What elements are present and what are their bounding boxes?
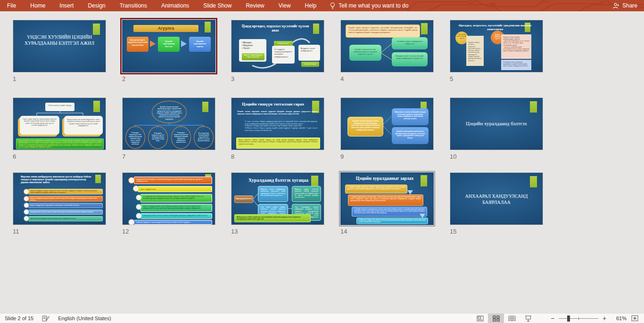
green-label-1: Бүртгэл, баримтжуулалт, бодит ажиллагаа <box>242 53 264 60</box>
down-arrow-2 <box>420 214 425 218</box>
accent-bar <box>205 22 211 32</box>
bar-blue: маргаанд бүрдүүлбэл зохих шаардлагатай б… <box>134 220 212 225</box>
proofing-icon[interactable] <box>42 315 50 322</box>
intro-paragraph: Товийг салах зарчмыг хангах үүднээс Цэци… <box>237 110 318 115</box>
share-label: Share <box>622 2 637 9</box>
slide-thumbnail-1[interactable]: ҮНДСЭН ХУУЛИЙН ЦЭЦИЙН ХУРАЛДААНЫ БЭЛТГЭЛ… <box>13 20 106 73</box>
tab-view[interactable]: View <box>272 0 298 11</box>
tab-home[interactable]: Home <box>23 0 52 11</box>
bar-yellow: гэрчээс тодруулга авах; <box>138 186 212 192</box>
tab-file[interactable]: File <box>0 0 23 11</box>
slide-title: ҮНДСЭН ХУУЛИЙН ЦЭЦИЙН ХУРАЛДААНЫ БЭЛТГЭЛ… <box>22 34 97 46</box>
ellipse-2: 2/ өргөдөл, мэдээлэл гаргагч нь Цэцэд ха… <box>148 126 168 149</box>
slide-title: Цэцийн хуралдааныг зарлах <box>350 176 420 181</box>
ellipse-3: 3/ өргөдөл, мэдээлэлд тавьсан шаардлага … <box>171 126 191 149</box>
slide-number: 7 <box>122 153 125 160</box>
slide-thumbnail-11[interactable]: Маргаан хянан шийдвэрлэх ажиллагаа үүсгэ… <box>13 172 106 225</box>
step-box-orange: 2. Цэцийн хуралдааныг ээлжтэй зайд... Ул… <box>348 194 423 206</box>
slide-number: 12 <box>122 228 129 235</box>
bottom-highlight-box: Дээрх үндэслэл байвал Цэцийн гишүүн энэ … <box>236 137 320 149</box>
slide-title: Өргөдөл, мэдээлэл, хүсэлтийг урьдчилан ш… <box>454 24 536 31</box>
slide-thumbnail-2-selected[interactable]: Агуулга Цэцэд өргөдөл, мэдээлэл хүсэлтий… <box>122 20 215 73</box>
slide-thumbnail-3[interactable]: Цэцэд өргөдөл, мэдээлэл хүсэлтийг хүлээн… <box>231 20 324 73</box>
bar-orange: маргагч талуудад мэдэгдэл хүргүүлж, хавт… <box>28 196 103 202</box>
accent-bar <box>530 101 537 113</box>
slide-thumbnail-8[interactable]: Цэцийн гишүүн татгалзан гарах Товийг сал… <box>231 97 324 150</box>
step-box-cyan: 4. Маргагч талууд, гэрч, шинжээч болон б… <box>356 218 428 224</box>
slide-number: 6 <box>13 153 16 160</box>
bar-lightblue: шаардлагатай гэж үзвэл нэмэлт баримт бич… <box>28 210 103 215</box>
tab-animations[interactable]: Animations <box>154 0 196 11</box>
bar-green-1: нэг асуудлаар тавьж буй хэд хэдэн өргөдө… <box>140 194 212 202</box>
zoom-slider[interactable] <box>559 314 598 323</box>
pink-box: Лавлагаа болон Цэцийн шийдвэрүүдийг суда… <box>501 34 531 59</box>
slide-thumbnail-6[interactable]: Хэзээ шалгах цэцийн гишүүд Үндсэн хууль … <box>13 97 106 150</box>
zoom-percentage[interactable]: 61% <box>609 315 627 321</box>
share-button[interactable]: Share <box>613 0 637 11</box>
fit-to-window-icon[interactable] <box>631 315 638 322</box>
green-bottom-bar: Байгууллага, албан тушаалтан, иргэн Цэци… <box>234 214 311 222</box>
zoom-controls: − + <box>548 314 609 323</box>
slide-thumbnail-13[interactable]: Хуралдаанд бэлтгэх хугацаа Хуралдаанд бэ… <box>231 172 324 225</box>
accent-bar <box>93 24 100 35</box>
slide-indicator: Slide 2 of 15 <box>5 315 33 321</box>
step-box-blue: 3. Цэцийн гишүүн нь хуралдааныг эхлэхээс… <box>352 207 427 217</box>
slide-show-button[interactable] <box>520 314 536 323</box>
slide-number: 11 <box>13 228 19 235</box>
ellipse-1: 1/ өргөдөл, мэдээлэл нь энэ журмын 30 ду… <box>125 126 145 149</box>
language-indicator[interactable]: English (United States) <box>58 315 111 321</box>
slide-thumbnail-5[interactable]: Өргөдөл, мэдээлэл, хүсэлтийг урьдчилан ш… <box>450 20 543 73</box>
slide-thumbnail-7[interactable]: Цэцийн гишүүн өргөдөл гаргахад өргөдөл, … <box>122 97 215 150</box>
slide-thumbnail-14[interactable]: Цэцийн хуралдааныг зарлах 1. Цэцийн гишү… <box>340 172 434 225</box>
normal-view-button[interactable] <box>472 314 488 323</box>
mid-box: Уг асуудлыг гишүүнд хуваарилж шалгуулж ш… <box>272 46 295 64</box>
bar-circle-3 <box>136 194 142 201</box>
bar-circle-4 <box>24 209 29 215</box>
tab-transitions[interactable]: Transitions <box>113 0 154 11</box>
tab-insert[interactable]: Insert <box>52 0 81 11</box>
accent-bar <box>95 175 101 183</box>
slide-title: Цэцийн хуралдаанд бэлтгэх <box>455 121 538 126</box>
tab-design[interactable]: Design <box>81 0 112 11</box>
slide-number: 5 <box>450 75 453 82</box>
bar-circle-4 <box>136 204 142 210</box>
bar-circle-2 <box>133 186 139 192</box>
blue-box: Холбогдох санал, лавлагааг хуралдааны на… <box>501 60 531 70</box>
tab-slide-show[interactable]: Slide Show <box>196 0 239 11</box>
slide-number: 8 <box>231 153 234 160</box>
slide-title: Маргаан хянан шийдвэрлэх ажиллагаа үүсгэ… <box>21 176 92 185</box>
reading-view-button[interactable] <box>504 314 520 323</box>
slide-number: 13 <box>231 228 238 235</box>
slide-thumbnail-9[interactable]: Цэцийн гишүүн маргаан хянан шийдвэрлэх а… <box>340 97 434 150</box>
tan-box: Цэцийн гишүүд өргөдөл, мэдээлэл, хүсэлти… <box>466 36 484 66</box>
normal-view-icon <box>477 315 484 322</box>
slide-thumbnail-10[interactable]: Цэцийн хуралдаанд бэлтгэх <box>450 97 543 150</box>
step-box-gold: 1. Цэцийн гишүүн маргааныг Цэцийн хуралд… <box>345 185 407 194</box>
teal-box-1: Маргаан ээдрээ, төвөгтэй шинжтэй онцгой … <box>292 186 321 202</box>
slide-number: 1 <box>13 75 16 82</box>
blue-box-2: Цэцийн хуралдаанд оролцохоос Цэцийн буса… <box>392 127 429 144</box>
bar-circle-6 <box>128 219 135 225</box>
tab-review[interactable]: Review <box>239 0 271 11</box>
tell-me-box[interactable]: Tell me what you want to do <box>330 2 408 9</box>
slide-number: 9 <box>340 153 344 160</box>
zoom-out-button[interactable]: − <box>548 315 557 322</box>
bar-blue: маргагч талууд болон тэдгээрийн итгэмжлэ… <box>28 203 103 208</box>
slide-number-selected: 2 <box>122 75 125 82</box>
flow-arrow-blue <box>181 40 187 47</box>
tell-me-label: Tell me what you want to do <box>339 2 408 9</box>
right-box: Асуудлыг хянаж шийдвэрлэнэ <box>298 45 320 61</box>
slide-thumbnail-4[interactable]: Цэцийн дарга өргөдөл, мэдээлэл, хүсэлтий… <box>340 20 434 73</box>
bar-green-2: маргагч талуудад хэргийн нөхцөл байдлын … <box>140 204 212 212</box>
ellipse-4: 4/ уг маргааны талаар Цэцийн хууд гаргас… <box>194 126 214 149</box>
tab-help[interactable]: Help <box>298 0 324 11</box>
slide-title: АНХААРАЛ ХАНДУУЛСАНД БАЯРЛАЛАА <box>460 194 533 205</box>
slide-thumbnail-12[interactable]: шаардлагатай бол орчуулагч, хэлмэрчийг о… <box>122 172 215 225</box>
slide-thumbnail-15[interactable]: АНХААРАЛ ХАНДУУЛСАНД БАЯРЛАЛАА <box>450 172 543 225</box>
zoom-slider-thumb[interactable] <box>567 315 570 322</box>
brown-box: Хуралдаанд бэлтгэх <box>234 195 253 203</box>
zoom-in-button[interactable]: + <box>600 315 609 322</box>
slide-sorter-canvas[interactable]: ҮНДСЭН ХУУЛИЙН ЦЭЦИЙН ХУРАЛДААНЫ БЭЛТГЭЛ… <box>0 11 644 313</box>
blue-box-1: Маргааныг шалгасан Цэцийн гишүүн татгалз… <box>392 108 429 125</box>
slide-sorter-view-button[interactable] <box>488 314 504 323</box>
